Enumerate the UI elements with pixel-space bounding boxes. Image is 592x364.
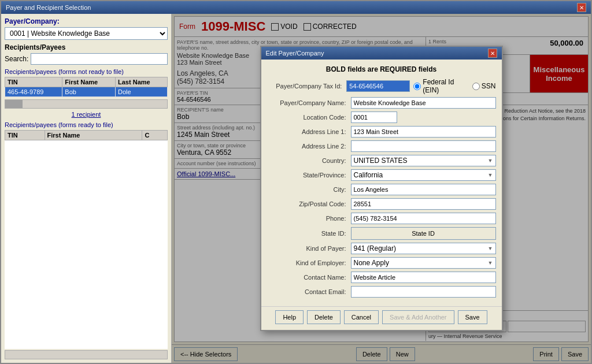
company-name-input[interactable] <box>351 97 496 109</box>
left-panel: Payer/Company: 0001 | Website Knowledge … <box>1 14 172 363</box>
radio-group: Federal Id (EIN) SSN <box>413 78 495 94</box>
modal-close-button[interactable]: ✕ <box>488 49 497 58</box>
contact-name-input[interactable] <box>351 272 496 283</box>
cell-tin: 465-48-9789 <box>5 87 62 97</box>
country-value: UNITED STATES <box>354 157 408 165</box>
location-code-row: Location Code: <box>267 112 496 123</box>
col-lastname: Last Name <box>116 77 168 87</box>
address-line1-row: Address Line 1: <box>267 126 496 138</box>
contact-email-input[interactable] <box>351 286 496 298</box>
location-code-input[interactable] <box>351 112 397 123</box>
recipients-label: Recipients/Payees <box>5 43 168 51</box>
company-name-label: Payer/Company Name: <box>267 99 351 106</box>
col-firstname: First Name <box>62 77 116 87</box>
title-bar: Payer and Recipient Selection ✕ <box>1 1 591 14</box>
cell-lastname: Dole <box>116 87 168 97</box>
main-window: Payer and Recipient Selection ✕ Payer/Co… <box>0 0 592 364</box>
country-row: Country: UNITED STATES ▼ <box>267 155 496 166</box>
country-dropdown[interactable]: UNITED STATES ▼ <box>351 155 496 166</box>
state-id-row: State ID: State ID <box>267 227 496 240</box>
tax-id-input[interactable] <box>346 80 410 92</box>
scrollbar-thumb <box>5 100 23 108</box>
kind-employer-dropdown[interactable]: None Apply ▼ <box>351 257 496 269</box>
address-line2-input[interactable] <box>351 140 496 152</box>
edit-payer-modal: Edit Payer/Company ✕ BOLD fields are REQ… <box>260 46 503 331</box>
cell-firstname: Bob <box>62 87 116 97</box>
col-tin: TIN <box>5 77 62 87</box>
address-line2-label: Address Line 2: <box>267 143 351 150</box>
contact-email-row: Contact Email: <box>267 286 496 298</box>
kind-employer-arrow: ▼ <box>488 260 493 266</box>
state-row: State/Province: California ▼ <box>267 169 496 181</box>
city-input[interactable] <box>351 184 496 195</box>
kind-employer-label: Kind of Employer: <box>267 259 351 266</box>
cancel-button[interactable]: Cancel <box>344 310 379 324</box>
state-dropdown[interactable]: California ▼ <box>351 169 496 181</box>
zip-label: Zip/Postal Code: <box>267 200 351 207</box>
ready-col-tin: TIN <box>5 131 45 140</box>
ssn-radio[interactable] <box>472 83 480 90</box>
search-input[interactable] <box>31 53 168 65</box>
ready-label: Recipients/payees (forms ready to file) <box>5 121 168 128</box>
modal-footer: Help Delete Cancel Save & Add Another Sa… <box>261 306 502 330</box>
window-title: Payer and Recipient Selection <box>6 4 91 11</box>
ready-col-c: C <box>142 131 168 140</box>
city-row: City: <box>267 184 496 195</box>
contact-name-row: Contact Name: <box>267 272 496 283</box>
table-row[interactable]: 465-48-9789 Bob Dole <box>5 87 168 97</box>
modal-overlay: Edit Payer/Company ✕ BOLD fields are REQ… <box>172 14 591 363</box>
address-line2-row: Address Line 2: <box>267 140 496 152</box>
kind-payer-row: Kind of Payer: 941 (Regular) ▼ <box>267 243 496 254</box>
delete-modal-button[interactable]: Delete <box>307 310 341 324</box>
company-name-row: Payer/Company Name: <box>267 97 496 109</box>
payer-select[interactable]: 0001 | Website Knowledge Base <box>5 27 168 40</box>
right-panel: Form 1099-MISC VOID CORRECTED <box>172 14 591 363</box>
federal-id-radio[interactable] <box>413 83 421 90</box>
country-label: Country: <box>267 157 351 164</box>
save-modal-button[interactable]: Save <box>458 310 487 324</box>
address-line1-label: Address Line 1: <box>267 128 351 135</box>
zip-row: Zip/Postal Code: <box>267 198 496 210</box>
ready-col-first: First Name <box>45 131 142 140</box>
location-code-label: Location Code: <box>267 114 351 121</box>
kind-payer-label: Kind of Payer: <box>267 245 351 252</box>
state-dropdown-arrow: ▼ <box>488 172 493 178</box>
kind-payer-dropdown[interactable]: 941 (Regular) ▼ <box>351 243 496 254</box>
phone-row: Phone: <box>267 213 496 224</box>
modal-titlebar: Edit Payer/Company ✕ <box>261 47 502 60</box>
window-close-button[interactable]: ✕ <box>577 3 586 12</box>
ssn-label: SSN <box>482 82 496 90</box>
left-h-scrollbar[interactable] <box>5 350 168 359</box>
search-row: Search: <box>5 53 168 65</box>
contact-email-label: Contact Email: <box>267 288 351 295</box>
state-label: State/Province: <box>267 172 351 179</box>
federal-id-label: Federal Id (EIN) <box>423 78 468 94</box>
not-ready-label: Recipients/payees (forms not ready to fi… <box>5 68 168 75</box>
state-id-button[interactable]: State ID <box>351 227 496 240</box>
help-button[interactable]: Help <box>275 310 304 324</box>
country-dropdown-arrow: ▼ <box>488 158 493 164</box>
ssn-option[interactable]: SSN <box>472 82 496 90</box>
ready-table: TIN First Name C <box>5 130 168 349</box>
h-scrollbar[interactable] <box>5 99 168 109</box>
kind-employer-value: None Apply <box>354 259 389 267</box>
kind-employer-row: Kind of Employer: None Apply ▼ <box>267 257 496 269</box>
main-content: Payer/Company: 0001 | Website Knowledge … <box>1 14 591 363</box>
left-bottom-scroll <box>5 350 168 359</box>
state-id-label: State ID: <box>267 230 351 237</box>
phone-input[interactable] <box>351 213 496 224</box>
federal-id-option[interactable]: Federal Id (EIN) <box>413 78 468 94</box>
contact-name-label: Contact Name: <box>267 274 351 281</box>
modal-body: BOLD fields are REQUIRED fields Payer/Co… <box>261 60 502 306</box>
not-ready-table: TIN First Name Last Name 465-48-9789 Bob… <box>5 77 168 97</box>
save-add-button[interactable]: Save & Add Another <box>382 310 454 324</box>
address-line1-input[interactable] <box>351 126 496 138</box>
search-label: Search: <box>5 55 28 63</box>
state-value: California <box>354 171 383 179</box>
scrollbar-area <box>5 99 168 109</box>
zip-input[interactable] <box>351 198 496 210</box>
tax-id-label: Payer/Company Tax Id: <box>267 83 347 90</box>
modal-title: Edit Payer/Company <box>266 50 324 57</box>
kind-payer-value: 941 (Regular) <box>354 244 396 252</box>
tax-id-row: Payer/Company Tax Id: Federal Id (EIN) S… <box>267 78 496 94</box>
